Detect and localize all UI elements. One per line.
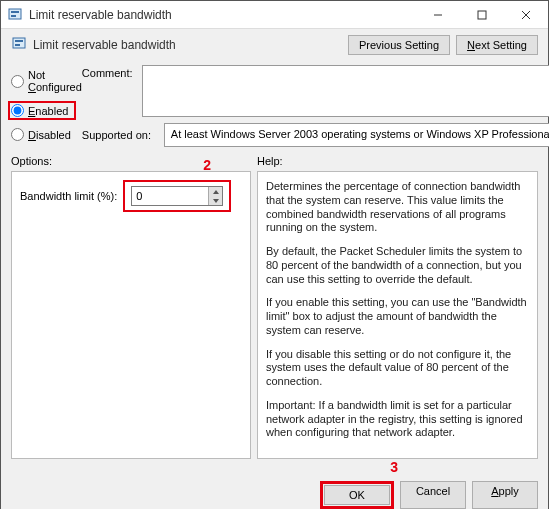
- policy-icon: [7, 7, 23, 23]
- maximize-button[interactable]: [460, 1, 504, 29]
- next-setting-button[interactable]: Next Setting: [456, 35, 538, 55]
- previous-setting-button[interactable]: Previous Setting: [348, 35, 450, 55]
- help-paragraph: If you enable this setting, you can use …: [266, 296, 529, 337]
- help-paragraph: Determines the percentage of connection …: [266, 180, 529, 235]
- help-label: Help:: [257, 155, 538, 167]
- svg-rect-0: [9, 9, 21, 19]
- svg-rect-9: [15, 44, 20, 46]
- svg-rect-8: [15, 40, 23, 42]
- cancel-button[interactable]: Cancel: [400, 481, 466, 509]
- dialog-window: Limit reservable bandwidth Limit reserva…: [0, 0, 549, 509]
- help-paragraph: If you disable this setting or do not co…: [266, 348, 529, 389]
- bandwidth-limit-stepper[interactable]: [131, 186, 223, 206]
- comment-label: Comment:: [82, 65, 142, 79]
- comment-textarea[interactable]: [142, 65, 549, 117]
- annotation-3: 3: [390, 459, 398, 475]
- window-title: Limit reservable bandwidth: [29, 8, 416, 22]
- supported-on-value: At least Windows Server 2003 operating s…: [164, 123, 549, 147]
- svg-rect-1: [11, 11, 19, 13]
- policy-icon: [11, 36, 27, 54]
- radio-disabled-input[interactable]: [11, 128, 24, 141]
- options-panel: Bandwidth limit (%):: [11, 171, 251, 459]
- svg-rect-7: [13, 38, 25, 48]
- radio-enabled-input[interactable]: [11, 104, 24, 117]
- apply-button[interactable]: Apply: [472, 481, 538, 509]
- svg-rect-4: [478, 11, 486, 19]
- radio-not-configured-input[interactable]: [11, 75, 24, 88]
- help-paragraph: Important: If a bandwidth limit is set f…: [266, 399, 529, 440]
- bandwidth-limit-input[interactable]: [136, 187, 208, 205]
- svg-marker-10: [213, 190, 219, 194]
- spin-down-button[interactable]: [209, 196, 222, 205]
- options-label: Options:: [11, 155, 203, 167]
- radio-not-configured[interactable]: Not Configured: [11, 69, 82, 93]
- dialog-footer: OK Cancel Apply: [11, 481, 538, 509]
- svg-marker-11: [213, 199, 219, 203]
- spin-up-button[interactable]: [209, 187, 222, 196]
- svg-rect-2: [11, 15, 16, 17]
- help-paragraph: By default, the Packet Scheduler limits …: [266, 245, 529, 286]
- radio-disabled[interactable]: Disabled: [11, 128, 82, 141]
- help-panel: Determines the percentage of connection …: [257, 171, 538, 459]
- page-title: Limit reservable bandwidth: [33, 38, 348, 52]
- close-button[interactable]: [504, 1, 548, 29]
- ok-button[interactable]: OK: [324, 485, 390, 505]
- state-radio-group: Not Configured Enabled Disabled: [11, 65, 82, 149]
- bandwidth-limit-label: Bandwidth limit (%):: [20, 190, 117, 202]
- minimize-button[interactable]: [416, 1, 460, 29]
- content-area: Limit reservable bandwidth Previous Sett…: [1, 29, 548, 509]
- radio-enabled[interactable]: Enabled: [11, 104, 68, 117]
- supported-on-label: Supported on:: [82, 129, 164, 141]
- titlebar: Limit reservable bandwidth: [1, 1, 548, 29]
